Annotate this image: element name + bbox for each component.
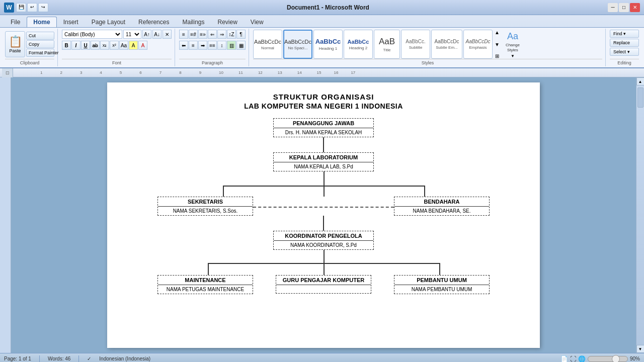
org-box-pembantu[interactable]: PEMBANTU UMUM NAMA PEMBANTU UMUM <box>394 275 490 294</box>
style-heading1[interactable]: AaBbCc Heading 1 <box>313 30 343 59</box>
strikethrough-button[interactable]: ab <box>91 41 100 50</box>
tab-review[interactable]: Review <box>211 17 244 27</box>
change-case-button[interactable]: Aa <box>119 41 128 50</box>
org-box-penanggung-jawab[interactable]: PENANGGUNG JAWAB Drs. H. NAMA KEPALA SEK… <box>273 118 374 137</box>
bold-button[interactable]: B <box>62 41 71 50</box>
zoom-slider[interactable] <box>588 356 628 362</box>
cut-button[interactable]: Cut <box>26 32 54 40</box>
conn-v-sek <box>223 186 224 197</box>
status-sep-1 <box>39 355 40 363</box>
select-button[interactable]: Select ▾ <box>610 48 639 56</box>
tab-file[interactable]: File <box>4 17 27 27</box>
styles-up[interactable]: ▲ <box>495 30 500 35</box>
superscript-button[interactable]: x² <box>110 41 119 50</box>
style-subtitle[interactable]: AaBbCc. Subtitle <box>401 30 430 59</box>
center-button[interactable]: ≡ <box>189 41 198 50</box>
font-family-select[interactable]: Calibri (Body) <box>62 30 122 39</box>
conn-v-center <box>324 186 325 197</box>
clear-format-button[interactable]: ✕ <box>163 30 172 39</box>
tab-page-layout[interactable]: Page Layout <box>85 17 132 27</box>
replace-button[interactable]: Replace <box>610 39 639 47</box>
bullets-button[interactable]: ≡ <box>179 30 188 39</box>
org-box-koordinator[interactable]: KOORDINATOR PENGELOLA NAMA KOORDINATOR, … <box>273 231 374 250</box>
style-emphasis[interactable]: AaBbCcDc Emphasis <box>463 30 493 59</box>
scroll-up-button[interactable]: ▲ <box>636 77 645 85</box>
org-box-bendahara[interactable]: BENDAHARA NAMA BENDAHARA, SE. <box>394 197 490 216</box>
org-box-maintenance[interactable]: MAINTENANCE NAMA PETUGAS MAINTENANCE <box>157 275 253 294</box>
org-box-guru[interactable]: GURU PENGAJAR KOMPUTER <box>276 275 371 294</box>
style-heading2[interactable]: AaBbCc Heading 2 <box>344 30 373 59</box>
show-marks-button[interactable]: ¶ <box>236 30 246 39</box>
decrease-indent-button[interactable]: ⇐ <box>208 30 217 39</box>
borders-button[interactable]: ▦ <box>236 41 246 50</box>
style-no-spacing[interactable]: AaBbCcDc No Spaci... <box>283 30 312 59</box>
zoom-level[interactable]: 90% <box>630 356 640 361</box>
change-styles-button[interactable]: Aa Change Styles ▼ <box>501 30 525 59</box>
shading-button[interactable]: ▥ <box>227 41 236 50</box>
copy-button[interactable]: Copy <box>26 40 54 48</box>
tab-insert[interactable]: Insert <box>57 17 85 27</box>
ruler-scale: 1234567891011121314151617 <box>15 68 642 77</box>
highlight-button[interactable]: A <box>129 41 138 50</box>
spell-check-icon[interactable]: ✓ <box>87 356 91 361</box>
style-normal[interactable]: AaBbCcDc Normal <box>253 30 282 59</box>
align-left-button[interactable]: ⬅ <box>179 41 188 50</box>
shrink-font-button[interactable]: A↓ <box>152 30 162 39</box>
editing-controls: Find ▾ Replace Select ▾ <box>610 30 639 59</box>
zoom-thumb[interactable] <box>612 355 620 363</box>
close-button[interactable]: ✕ <box>630 3 640 12</box>
left-margin <box>0 77 11 353</box>
numbering-button[interactable]: ≡# <box>189 30 198 39</box>
increase-indent-button[interactable]: ⇒ <box>217 30 226 39</box>
ribbon-tabs: File Home Insert Page Layout References … <box>0 15 644 27</box>
styles-more[interactable]: ⊞ <box>495 53 499 59</box>
vertical-scrollbar[interactable]: ▲ ▼ <box>636 77 644 353</box>
ruler-corner[interactable]: ⊡ <box>2 68 13 77</box>
org-box-koordinator-title: KOORDINATOR PENGELOLA <box>274 231 373 241</box>
styles-down[interactable]: ▼ <box>495 42 500 47</box>
maximize-button[interactable]: □ <box>619 3 629 12</box>
view-btn-fullscreen[interactable]: ⛶ <box>570 355 576 363</box>
paste-button[interactable]: 📋 Paste <box>5 31 25 57</box>
format-painter-button[interactable]: Format Painter <box>26 49 54 57</box>
scroll-thumb[interactable] <box>637 87 643 108</box>
style-subtle-emphasis[interactable]: AaBbCcDc Subtle Em... <box>431 30 462 59</box>
view-btn-print[interactable]: 📄 <box>560 355 568 363</box>
style-title[interactable]: AaB Title <box>374 30 400 59</box>
word-count: Words: 46 <box>48 356 70 361</box>
styles-scroll: ▲ ▼ ⊞ <box>495 30 500 59</box>
document[interactable]: STRUKTUR ORGANISASI LAB KOMPUTER SMA NEG… <box>107 82 540 348</box>
tab-references[interactable]: References <box>132 17 176 27</box>
document-area[interactable]: STRUKTUR ORGANISASI LAB KOMPUTER SMA NEG… <box>11 77 636 353</box>
language[interactable]: Indonesian (Indonesia) <box>99 356 150 361</box>
sort-button[interactable]: ↕Z <box>227 30 236 39</box>
line-spacing-button[interactable]: ↕ <box>217 41 226 50</box>
org-box-bendahara-name: NAMA BENDAHARA, SE. <box>394 207 489 215</box>
font-color-button[interactable]: A <box>138 41 147 50</box>
italic-button[interactable]: I <box>71 41 80 50</box>
justify-button[interactable]: ≡≡ <box>208 41 217 50</box>
font-size-select[interactable]: 11 <box>123 30 141 39</box>
quick-undo[interactable]: ↩ <box>27 3 37 12</box>
tab-mailings[interactable]: Mailings <box>176 17 211 27</box>
find-button[interactable]: Find ▾ <box>610 30 639 38</box>
org-node-maintenance: MAINTENANCE NAMA PETUGAS MAINTENANCE <box>157 275 253 294</box>
org-box-kepala-lab[interactable]: KEPALA LABORATORIUM NAMA KEPALA LAB, S.P… <box>273 152 374 171</box>
editing-group: Find ▾ Replace Select ▾ Editing <box>607 29 642 66</box>
dashed-line-sek-ben <box>253 207 394 208</box>
org-box-sekretaris-title: SEKRETARIS <box>158 197 253 207</box>
conn-v-down <box>324 171 325 187</box>
minimize-button[interactable]: ─ <box>608 3 618 12</box>
grow-font-button[interactable]: A↑ <box>142 30 151 39</box>
org-box-sekretaris[interactable]: SEKRETARIS NAMA SEKRETARIS, S.Sos. <box>157 197 253 216</box>
underline-button[interactable]: U <box>81 41 90 50</box>
subscript-button[interactable]: x₂ <box>100 41 109 50</box>
multilevel-button[interactable]: ≡» <box>198 30 207 39</box>
tab-home[interactable]: Home <box>27 17 56 27</box>
view-btn-web[interactable]: 🌐 <box>578 355 586 363</box>
scroll-down-button[interactable]: ▼ <box>636 345 645 353</box>
tab-view[interactable]: View <box>244 17 270 27</box>
align-right-button[interactable]: ➡ <box>198 41 207 50</box>
quick-save[interactable]: 💾 <box>16 3 26 12</box>
quick-redo[interactable]: ↪ <box>38 3 48 12</box>
